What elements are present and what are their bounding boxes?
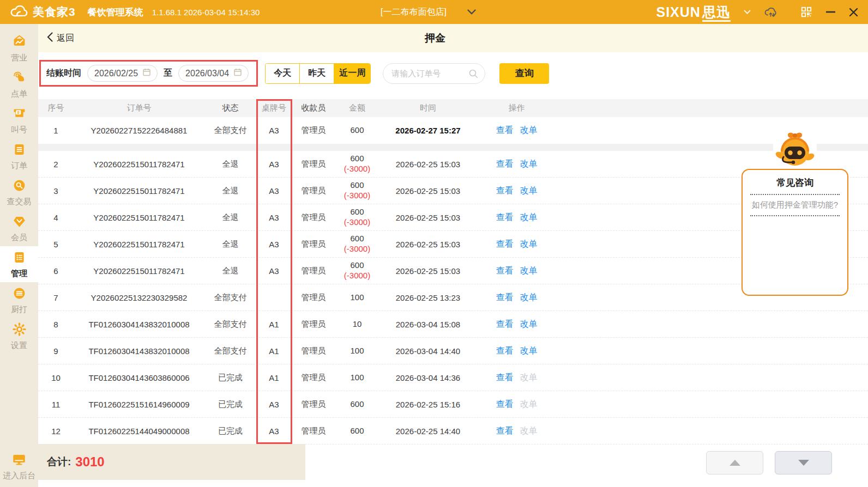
cloud-sync-icon[interactable]	[764, 6, 777, 18]
page-title: 押金	[413, 31, 457, 45]
view-link[interactable]: 查看	[496, 265, 514, 277]
cell-index: 6	[38, 266, 74, 276]
back-button[interactable]: 返回	[47, 32, 74, 44]
table-row[interactable]: 12 TF01260225144049000008 已完成 A3 管理员 600…	[38, 418, 868, 445]
cell-amount: 600 (-3000)	[335, 234, 379, 254]
cell-time: 2026-02-25 15:03	[379, 186, 477, 196]
sidebar-item-search-transactions[interactable]: 查交易	[0, 174, 38, 210]
cell-time: 2026-02-25 13:23	[379, 293, 477, 302]
version-text: 1.1.68.1 2026-03-04 15:14:30	[152, 8, 260, 17]
view-link[interactable]: 查看	[496, 185, 514, 197]
table-row[interactable]: 10 TF01260304143603860006 已完成 A1 管理员 100…	[38, 364, 868, 391]
cell-index: 9	[38, 346, 74, 356]
cell-actions: 查看 改单	[477, 319, 556, 330]
cell-cashier: 管理员	[292, 186, 335, 196]
sidebar-item-backoffice[interactable]: 进入后台	[0, 451, 38, 487]
cell-status: 全退	[204, 159, 256, 169]
cell-index: 7	[38, 293, 74, 302]
close-button[interactable]	[849, 8, 858, 17]
cell-actions: 查看 改单	[477, 239, 556, 250]
cell-amount: 600	[335, 125, 379, 136]
sidebar-item-orders[interactable]: 订单	[0, 138, 38, 174]
svg-text:8: 8	[17, 109, 19, 114]
view-link[interactable]: 查看	[496, 292, 514, 303]
member-icon	[12, 214, 27, 231]
cell-time: 2026-03-04 14:40	[379, 346, 477, 356]
modify-link[interactable]: 改单	[520, 159, 538, 170]
cell-status: 已完成	[204, 399, 256, 410]
cell-time: 2026-02-25 15:03	[379, 213, 477, 222]
col-header-actions: 操作	[477, 103, 556, 113]
brand-chevron-icon[interactable]	[744, 10, 751, 14]
cell-table-no: A1	[256, 373, 292, 382]
prev-page-button[interactable]	[706, 451, 763, 474]
date-from-input[interactable]: 2026/02/25	[87, 65, 158, 82]
view-link[interactable]: 查看	[496, 425, 514, 437]
row-divider	[38, 144, 868, 151]
qr-code-icon[interactable]	[800, 6, 812, 18]
date-to-input[interactable]: 2026/03/04	[178, 65, 249, 82]
cell-index: 11	[38, 400, 74, 409]
quick-btn-today[interactable]: 今天	[266, 64, 300, 83]
sidebar-item-business[interactable]: 营业	[0, 31, 38, 66]
view-link[interactable]: 查看	[496, 399, 514, 410]
faq-item[interactable]: 如何使用押金管理功能?	[749, 195, 841, 215]
table-row[interactable]: 9 TF01260304143832010008 全部支付 A1 管理员 100…	[38, 338, 868, 364]
sixun-brand-logo: SIXUN 思迅	[656, 3, 731, 21]
sidebar-item-call-number[interactable]: 8 叫号	[0, 102, 38, 138]
sidebar-nav: 营业 点单 8 叫号 订单 查交易 会员 管理 厨打	[0, 24, 38, 487]
store-selector[interactable]: [一二布布面包店]	[381, 7, 476, 18]
modify-link[interactable]: 改单	[520, 125, 538, 136]
modify-link[interactable]: 改单	[520, 239, 538, 250]
topbar: 美食家3 餐饮管理系统 1.1.68.1 2026-03-04 15:14:30…	[0, 0, 868, 24]
cell-actions: 查看 改单	[477, 212, 556, 223]
cloud-logo-icon	[10, 3, 28, 21]
modify-link[interactable]: 改单	[520, 212, 538, 223]
next-page-button[interactable]	[775, 451, 832, 474]
cell-actions: 查看 改单	[477, 399, 556, 410]
view-link[interactable]: 查看	[496, 159, 514, 170]
cell-order-no: TF01260225144049000008	[74, 427, 204, 436]
view-link[interactable]: 查看	[496, 125, 514, 136]
cell-index: 2	[38, 160, 74, 169]
cell-amount: 600 (-3000)	[335, 207, 379, 228]
query-button[interactable]: 查询	[499, 63, 549, 84]
view-link[interactable]: 查看	[496, 345, 514, 357]
col-header-amount: 金额	[335, 103, 379, 113]
quick-btn-yesterday[interactable]: 昨天	[300, 64, 334, 83]
sidebar-item-kitchen-print[interactable]: 厨打	[0, 282, 38, 318]
view-link[interactable]: 查看	[496, 212, 514, 223]
cell-index: 4	[38, 213, 74, 222]
modify-link[interactable]: 改单	[520, 185, 538, 197]
modify-link[interactable]: 改单	[520, 292, 538, 303]
refund-amount: (-3000)	[344, 217, 370, 228]
date-range-annotation-box: 结账时间 2026/02/25 至 2026/03/04	[39, 60, 258, 87]
cell-cashier: 管理员	[292, 346, 335, 356]
sidebar-item-settings[interactable]: 设置	[0, 318, 38, 354]
cell-cashier: 管理员	[292, 159, 335, 169]
cell-table-no: A3	[256, 266, 292, 276]
modify-link: 改单	[520, 425, 538, 437]
cell-order-no: Y2026022515011782471	[74, 186, 204, 196]
view-link[interactable]: 查看	[496, 239, 514, 250]
sidebar-item-order[interactable]: 点单	[0, 66, 38, 102]
sidebar-item-member[interactable]: 会员	[0, 210, 38, 246]
quick-btn-last-week[interactable]: 近一周	[334, 64, 370, 83]
view-link[interactable]: 查看	[496, 319, 514, 330]
modify-link[interactable]: 改单	[520, 265, 538, 277]
sidebar-item-manage[interactable]: 管理	[0, 246, 38, 282]
minimize-button[interactable]	[825, 10, 836, 14]
table-row[interactable]: 8 TF01260304143832010008 全部支付 A1 管理员 10 …	[38, 311, 868, 338]
cell-time: 2026-03-04 14:36	[379, 373, 477, 382]
modify-link[interactable]: 改单	[520, 345, 538, 357]
chevron-left-icon	[47, 32, 53, 44]
cell-amount: 100	[335, 346, 379, 356]
table-row[interactable]: 1 Y20260227152226484881 全部支付 A3 管理员 600 …	[38, 117, 868, 144]
product-name: 美食家3	[33, 4, 76, 20]
cell-status: 全部支付	[204, 125, 256, 136]
table-row[interactable]: 11 TF01260225151614960009 已完成 A3 管理员 600…	[38, 391, 868, 418]
cell-index: 10	[38, 373, 74, 382]
view-link[interactable]: 查看	[496, 372, 514, 383]
cell-order-no: TF01260304143603860006	[74, 373, 204, 382]
modify-link[interactable]: 改单	[520, 319, 538, 330]
